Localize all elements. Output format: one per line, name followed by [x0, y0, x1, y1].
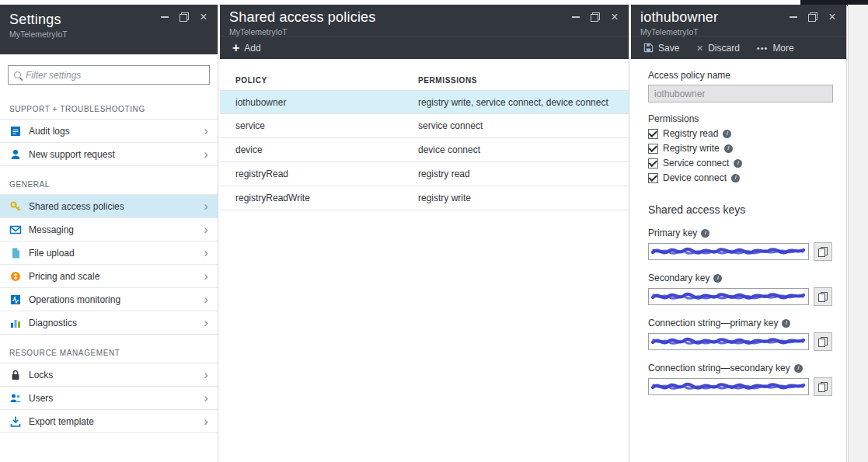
sidebar-item-audit-logs[interactable]: Audit logs [0, 120, 218, 143]
close-icon[interactable] [826, 12, 838, 23]
shared-access-policies-blade: Shared access policies MyTelemetryIoT Ad… [220, 5, 629, 462]
restore-icon[interactable] [178, 12, 190, 23]
table-row-registryReadWrite[interactable]: registryReadWrite registry write [220, 186, 629, 210]
save-button[interactable]: Save [643, 43, 679, 54]
chevron-right-icon [204, 368, 208, 381]
sidebar-item-label: Messaging [29, 224, 197, 235]
policies-blade-subtitle: MyTelemetryIoT [229, 27, 619, 36]
save-button-label: Save [658, 43, 679, 54]
operations-monitoring-icon [9, 294, 22, 306]
sidebar-item-new-support-request[interactable]: New support request [0, 143, 218, 166]
chevron-right-icon [204, 246, 208, 259]
copy-secondary-key-button[interactable] [814, 287, 832, 306]
users-icon [9, 392, 22, 405]
connection-string-secondary-label: Connection string—secondary key [648, 363, 790, 373]
table-row-registryRead[interactable]: registryRead registry read [220, 162, 629, 186]
connection-string-primary-label: Connection string—primary key [648, 318, 778, 328]
section-label-general: GENERAL [0, 166, 218, 194]
permissions-cell: device connect [418, 144, 480, 155]
minimize-icon[interactable] [570, 12, 582, 23]
checkbox-label: Registry read [663, 128, 718, 139]
copy-connection-string-secondary-button[interactable] [814, 377, 832, 396]
sidebar-item-operations-monitoring[interactable]: Operations monitoring [0, 288, 218, 311]
policies-blade-header: Shared access policies MyTelemetryIoT [220, 5, 629, 36]
more-button[interactable]: More [757, 43, 794, 54]
save-icon [643, 43, 654, 53]
chevron-right-icon [204, 124, 208, 137]
policies-blade-title: Shared access policies [229, 9, 619, 26]
info-icon[interactable] [734, 159, 742, 168]
info-icon[interactable] [731, 174, 740, 182]
service-connect-checkbox[interactable] [648, 158, 658, 168]
table-row-iothubowner[interactable]: iothubowner registry write, service conn… [220, 90, 629, 114]
info-icon[interactable] [724, 144, 733, 153]
policy-cell: service [235, 120, 418, 131]
messaging-icon [9, 224, 22, 236]
azure-portal: Settings MyTelemetryIoT SUPPORT + TROUBL… [0, 0, 868, 462]
redacted-key-scribble [650, 380, 806, 393]
redacted-key-scribble [650, 335, 806, 348]
section-support-items: Audit logs New support request [0, 119, 218, 166]
settings-blade-header: Settings MyTelemetryIoT [0, 5, 218, 54]
sidebar-item-label: Audit logs [29, 126, 197, 137]
sidebar-item-export-template[interactable]: Export template [0, 410, 218, 433]
settings-blade: Settings MyTelemetryIoT SUPPORT + TROUBL… [0, 5, 218, 462]
more-button-label: More [772, 43, 793, 54]
pricing-icon [9, 270, 22, 283]
info-icon[interactable] [701, 229, 709, 238]
access-policy-name-input [648, 85, 833, 102]
permissions-column-header: PERMISSIONS [418, 76, 477, 85]
policy-cell: registryRead [235, 168, 418, 179]
permission-device-connect: Device connect [648, 172, 832, 183]
chevron-right-icon [204, 269, 208, 283]
copy-icon [818, 247, 828, 257]
secondary-key-label: Secondary key [648, 273, 709, 283]
connection-string-primary-input[interactable] [648, 333, 809, 350]
policies-table: iothubowner registry write, service conn… [220, 90, 629, 210]
connection-string-primary-field: Connection string—primary key [648, 318, 832, 351]
copy-icon [818, 382, 828, 392]
policy-cell: device [235, 144, 418, 155]
info-icon[interactable] [713, 274, 722, 283]
discard-button[interactable]: Discard [696, 42, 739, 54]
device-connect-checkbox[interactable] [648, 173, 658, 183]
copy-icon [818, 292, 828, 302]
minimize-icon[interactable] [159, 12, 171, 23]
add-button[interactable]: Add [232, 42, 261, 54]
restore-icon[interactable] [589, 12, 601, 23]
sidebar-item-file-upload[interactable]: File upload [0, 241, 218, 265]
sidebar-item-diagnostics[interactable]: Diagnostics [0, 311, 218, 335]
checkbox-label: Registry write [663, 143, 720, 154]
registry-write-checkbox[interactable] [648, 144, 658, 154]
copy-connection-string-primary-button[interactable] [814, 332, 832, 351]
connection-string-secondary-input[interactable] [648, 378, 809, 395]
sidebar-item-users[interactable]: Users [0, 387, 218, 410]
sidebar-item-shared-access-policies[interactable]: Shared access policies [0, 195, 218, 218]
minimize-icon[interactable] [787, 12, 800, 23]
sidebar-item-locks[interactable]: Locks [0, 363, 218, 387]
info-icon[interactable] [782, 319, 790, 328]
table-row-service[interactable]: service service connect [220, 114, 629, 138]
info-icon[interactable] [794, 364, 803, 373]
chevron-right-icon [204, 293, 208, 306]
info-icon[interactable] [723, 130, 731, 138]
primary-key-input[interactable] [648, 243, 809, 260]
permission-registry-read: Registry read [648, 128, 832, 139]
close-icon[interactable] [197, 12, 210, 23]
access-policy-name-label: Access policy name [648, 70, 832, 81]
connection-string-secondary-field: Connection string—secondary key [648, 363, 832, 396]
filter-settings-input[interactable] [26, 70, 204, 81]
close-icon[interactable] [608, 12, 621, 23]
checkbox-label: Device connect [663, 172, 727, 183]
copy-primary-key-button[interactable] [814, 242, 832, 261]
secondary-key-input[interactable] [648, 288, 809, 305]
table-row-device[interactable]: device device connect [220, 138, 629, 162]
sidebar-item-pricing-and-scale[interactable]: Pricing and scale [0, 265, 218, 288]
registry-read-checkbox[interactable] [648, 129, 658, 139]
policy-cell: iothubowner [235, 97, 418, 108]
restore-icon[interactable] [807, 12, 819, 23]
shared-access-keys-heading: Shared access keys [648, 203, 832, 216]
permissions-group: Permissions Registry read Registry write… [648, 113, 832, 183]
sidebar-item-messaging[interactable]: Messaging [0, 218, 218, 241]
detail-body: Access policy name Permissions Registry … [631, 59, 846, 396]
